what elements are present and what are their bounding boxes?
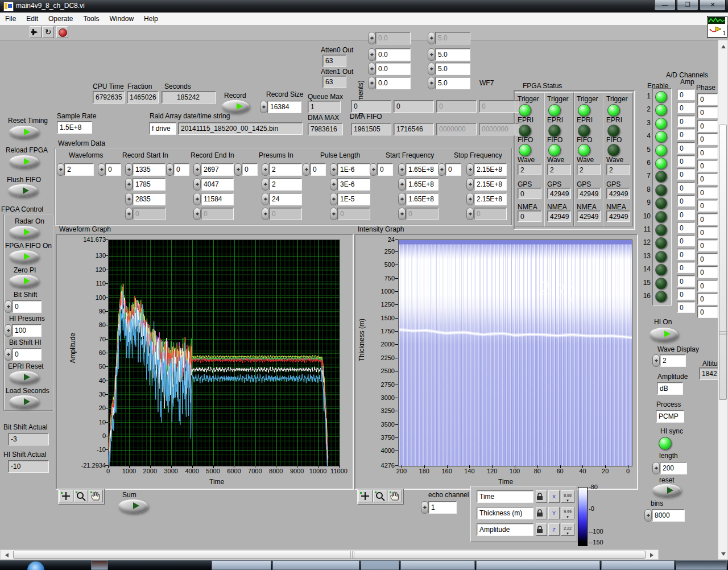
- legend-x-name[interactable]: Time: [477, 490, 533, 503]
- stop-frequency-index-stepper[interactable]: [438, 163, 445, 176]
- record-start-in-stepper[interactable]: [125, 193, 133, 205]
- presums-in-input[interactable]: 2: [269, 178, 302, 191]
- start-frequency-index-input[interactable]: 0: [377, 163, 393, 176]
- horizontal-scroll-thumb[interactable]: [13, 551, 646, 559]
- amp-input[interactable]: 0: [677, 209, 695, 220]
- phase-input[interactable]: 0: [697, 93, 718, 105]
- amp-input[interactable]: 0: [677, 129, 695, 140]
- start-frequency-input[interactable]: 1.65E+8: [406, 178, 439, 191]
- phase-input[interactable]: 0: [697, 120, 718, 132]
- record-start-in-input[interactable]: 2835: [133, 193, 166, 205]
- phase-input[interactable]: 0: [697, 106, 718, 118]
- [atten-level-stepper][interactable]: [428, 32, 435, 44]
- presums-in-stepper[interactable]: [262, 178, 269, 191]
- record-start-in-input[interactable]: 1335: [133, 163, 166, 176]
- [atten-increment-stepper][interactable]: [368, 63, 375, 75]
- stop-frequency-index-input[interactable]: 0: [445, 163, 461, 176]
- pulse-length-stepper[interactable]: [330, 178, 337, 191]
- scroll-right-icon[interactable]: [650, 553, 656, 557]
- amplitude-mode-select[interactable]: dB: [657, 382, 683, 395]
- start-frequency-stepper[interactable]: [398, 193, 406, 205]
- phase-input[interactable]: 0: [697, 147, 718, 159]
- menu-item-help[interactable]: Help: [139, 13, 163, 25]
- bit-shift-input[interactable]: 0: [12, 300, 42, 313]
- horizontal-scrollbar[interactable]: [0, 550, 659, 560]
- record-end-in-input[interactable]: 11584: [201, 193, 234, 205]
- taskbar-button[interactable]: [212, 560, 271, 570]
- [atten-level-stepper][interactable]: [428, 48, 435, 61]
- stop-frequency-stepper[interactable]: [466, 193, 474, 205]
- channel-enable-led[interactable]: [655, 91, 667, 103]
- presums-in-index-input[interactable]: 0: [242, 163, 258, 176]
- phase-input[interactable]: 0: [697, 280, 718, 292]
- atten-increment-input[interactable]: 0.0: [375, 48, 411, 61]
- amp-input[interactable]: 0: [677, 288, 695, 300]
- record-start-in-stepper[interactable]: [125, 178, 133, 191]
- waveforms-stepper[interactable]: [57, 163, 64, 176]
- hi-presums-input[interactable]: 100: [12, 324, 42, 337]
- amp-input[interactable]: 0: [677, 168, 695, 180]
- taskbar-button[interactable]: [91, 560, 108, 570]
- amp-input[interactable]: 0: [677, 182, 695, 193]
- bins-input[interactable]: 8000: [652, 509, 685, 522]
- channel-enable-led[interactable]: [655, 278, 667, 290]
- bins-stepper[interactable]: [644, 509, 652, 522]
- y-scale-icon[interactable]: Y: [548, 507, 560, 519]
- channel-enable-led[interactable]: [655, 251, 667, 263]
- pulse-length-index-input[interactable]: 0: [310, 163, 326, 176]
- zoom-tool-button[interactable]: [74, 490, 88, 502]
- menu-item-window[interactable]: Window: [104, 13, 139, 25]
- channel-enable-led[interactable]: [655, 118, 667, 130]
- pulse-length-index-stepper[interactable]: [303, 163, 310, 176]
- start-frequency-index-stepper[interactable]: [370, 163, 377, 176]
- phase-input[interactable]: 0: [697, 239, 718, 251]
- amp-input[interactable]: 0: [677, 275, 695, 287]
- channel-enable-led[interactable]: [655, 144, 667, 156]
- pulse-length-input[interactable]: 1E-5: [337, 193, 370, 205]
- taskbar-button[interactable]: [601, 560, 675, 570]
- start-frequency-input[interactable]: 1.65E+8: [406, 193, 439, 205]
- pulse-length-stepper[interactable]: [330, 163, 337, 176]
- [atten-increment-stepper][interactable]: [368, 77, 375, 89]
- amp-input[interactable]: 0: [677, 235, 695, 246]
- stop-frequency-input[interactable]: 2.15E+8: [474, 193, 507, 205]
- amp-input[interactable]: 0: [677, 102, 695, 113]
- x-scale-icon[interactable]: X: [548, 490, 560, 503]
- amp-input[interactable]: 0: [677, 89, 695, 100]
- atten-increment-input[interactable]: 0.0: [375, 77, 411, 89]
- sample-rate-input[interactable]: 1.5E+8: [57, 121, 92, 134]
- phase-input[interactable]: 0: [697, 293, 718, 305]
- [atten-level-stepper][interactable]: [428, 77, 435, 89]
- record-size-input[interactable]: 16384: [267, 101, 301, 113]
- start-frequency-stepper[interactable]: [398, 163, 406, 176]
- stop-frequency-stepper[interactable]: [466, 163, 474, 176]
- stop-frequency-input[interactable]: 2.15E+8: [474, 163, 507, 176]
- amp-input[interactable]: 0: [677, 142, 695, 154]
- amp-input[interactable]: 0: [677, 249, 695, 260]
- scroll-left-icon[interactable]: [3, 553, 9, 557]
- waveforms-input[interactable]: 2: [64, 163, 94, 176]
- minimize-button[interactable]: —: [654, 0, 676, 11]
- record-start-in-index-stepper[interactable]: [98, 163, 105, 176]
- atten-level-input[interactable]: 5.0: [435, 48, 470, 61]
- [atten-increment-stepper][interactable]: [368, 32, 375, 44]
- presums-in-stepper[interactable]: [262, 193, 269, 205]
- reset-timing-button[interactable]: [9, 126, 39, 138]
- [atten-increment-stepper][interactable]: [368, 48, 375, 61]
- phase-input[interactable]: 0: [697, 187, 718, 199]
- channel-enable-led[interactable]: [655, 158, 667, 170]
- taskbar-button[interactable]: [476, 560, 600, 570]
- pulse-length-input[interactable]: 1E-6: [337, 163, 370, 176]
- phase-input[interactable]: 0: [697, 226, 718, 238]
- run-button[interactable]: [30, 26, 42, 38]
- vertical-scroll-thumb[interactable]: [719, 125, 727, 400]
- pan-tool-button[interactable]: [388, 490, 402, 502]
- phase-input[interactable]: 0: [697, 213, 718, 225]
- amp-input[interactable]: 0: [677, 155, 695, 167]
- legend-z-name[interactable]: Amplitude: [477, 523, 533, 536]
- start-frequency-stepper[interactable]: [398, 178, 406, 191]
- restore-button[interactable]: ❒: [677, 0, 698, 11]
- channel-enable-led[interactable]: [655, 291, 667, 303]
- phase-input[interactable]: 0: [697, 306, 718, 318]
- hi-on-button[interactable]: [650, 328, 678, 341]
